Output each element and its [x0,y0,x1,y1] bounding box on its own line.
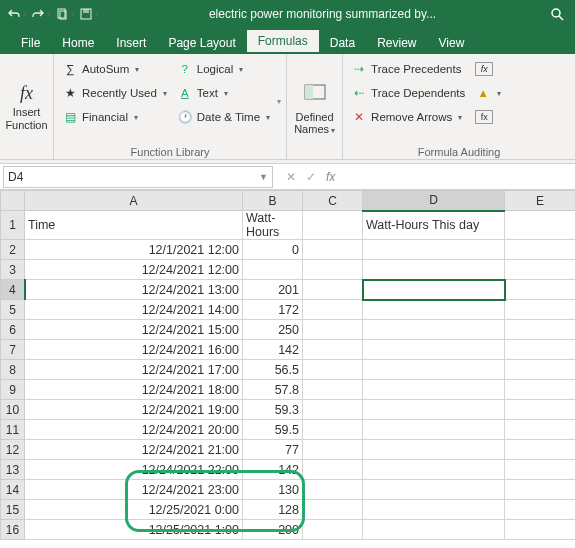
cell[interactable] [505,500,576,520]
cell[interactable] [505,280,576,300]
row-header[interactable]: 16 [1,520,25,540]
cell[interactable]: 0 [243,240,303,260]
cell[interactable] [363,260,505,280]
copy-button[interactable]: ▾ [54,3,76,25]
cell[interactable]: 12/24/2021 19:00 [25,400,243,420]
cell[interactable]: 201 [243,280,303,300]
cell[interactable] [303,340,363,360]
name-box[interactable]: D4 ▼ [3,166,273,188]
text-button[interactable]: AText▾ [174,81,273,105]
cell[interactable] [303,500,363,520]
accept-icon[interactable]: ✓ [306,170,316,184]
cell[interactable] [505,380,576,400]
tab-file[interactable]: File [10,32,51,54]
financial-button[interactable]: ▤Financial▾ [59,105,170,129]
col-header-d[interactable]: D [363,191,505,211]
cell[interactable] [363,400,505,420]
cell[interactable] [303,400,363,420]
search-button[interactable] [545,2,569,26]
row-header[interactable]: 4 [1,280,25,300]
trace-dependents-button[interactable]: ⇠Trace Dependents [348,81,468,105]
cell[interactable] [363,460,505,480]
cell[interactable]: 12/24/2021 18:00 [25,380,243,400]
cell[interactable] [303,460,363,480]
cell[interactable] [243,260,303,280]
cell[interactable]: 142 [243,340,303,360]
cell[interactable]: 128 [243,500,303,520]
row-header[interactable]: 14 [1,480,25,500]
tab-view[interactable]: View [428,32,476,54]
col-header-b[interactable]: B [243,191,303,211]
defined-names-button[interactable]: DefinedNames▾ [292,57,337,157]
cell[interactable] [363,240,505,260]
cell[interactable]: 12/24/2021 13:00 [25,280,243,300]
row-header[interactable]: 8 [1,360,25,380]
cell[interactable] [303,280,363,300]
cell[interactable]: 200 [243,520,303,540]
cell[interactable] [505,211,576,240]
select-all-corner[interactable] [1,191,25,211]
cell[interactable]: 77 [243,440,303,460]
cell[interactable]: Watt-Hours This day [363,211,505,240]
cell[interactable] [303,300,363,320]
cell[interactable]: 12/1/2021 12:00 [25,240,243,260]
cell[interactable] [363,440,505,460]
cell[interactable] [505,300,576,320]
undo-button[interactable]: ▾ [6,3,28,25]
save-button[interactable]: ▾ [78,3,100,25]
cell[interactable] [303,260,363,280]
cell[interactable] [363,280,505,300]
tab-insert[interactable]: Insert [105,32,157,54]
cell[interactable]: 12/25/2021 1:00 [25,520,243,540]
cell[interactable] [303,420,363,440]
cell[interactable] [303,211,363,240]
cell[interactable]: 130 [243,480,303,500]
cell[interactable]: Time [25,211,243,240]
row-header[interactable]: 3 [1,260,25,280]
row-header[interactable]: 1 [1,211,25,240]
error-check-button[interactable]: ▲▾ [472,81,504,105]
cell[interactable]: 57.8 [243,380,303,400]
row-header[interactable]: 13 [1,460,25,480]
cell[interactable] [303,360,363,380]
cell[interactable]: 12/24/2021 16:00 [25,340,243,360]
cell[interactable] [303,520,363,540]
row-header[interactable]: 15 [1,500,25,520]
cell[interactable]: 250 [243,320,303,340]
cell[interactable] [505,340,576,360]
cell[interactable]: Watt-Hours [243,211,303,240]
cell[interactable]: 12/24/2021 21:00 [25,440,243,460]
tab-home[interactable]: Home [51,32,105,54]
cancel-icon[interactable]: ✕ [286,170,296,184]
row-header[interactable]: 2 [1,240,25,260]
cell[interactable]: 12/24/2021 20:00 [25,420,243,440]
cell[interactable]: 12/24/2021 23:00 [25,480,243,500]
cell[interactable]: 56.5 [243,360,303,380]
cell[interactable] [363,320,505,340]
cell[interactable] [303,380,363,400]
fx-icon[interactable]: fx [326,170,335,184]
remove-arrows-button[interactable]: ✕Remove Arrows▾ [348,105,468,129]
col-header-c[interactable]: C [303,191,363,211]
cell[interactable] [303,240,363,260]
cell[interactable]: 59.5 [243,420,303,440]
cell[interactable] [505,360,576,380]
cell[interactable]: 12/24/2021 14:00 [25,300,243,320]
cell[interactable]: 12/25/2021 0:00 [25,500,243,520]
cell[interactable] [303,480,363,500]
row-header[interactable]: 11 [1,420,25,440]
row-header[interactable]: 6 [1,320,25,340]
recently-used-button[interactable]: ★Recently Used▾ [59,81,170,105]
cell[interactable] [363,480,505,500]
cell[interactable] [505,240,576,260]
date-time-button[interactable]: 🕐Date & Time▾ [174,105,273,129]
row-header[interactable]: 9 [1,380,25,400]
autosum-button[interactable]: ∑AutoSum▾ [59,57,170,81]
cell[interactable] [505,480,576,500]
redo-button[interactable]: ▾ [30,3,52,25]
col-header-a[interactable]: A [25,191,243,211]
cell[interactable] [505,420,576,440]
cell[interactable] [505,460,576,480]
row-header[interactable]: 5 [1,300,25,320]
cell[interactable] [363,520,505,540]
